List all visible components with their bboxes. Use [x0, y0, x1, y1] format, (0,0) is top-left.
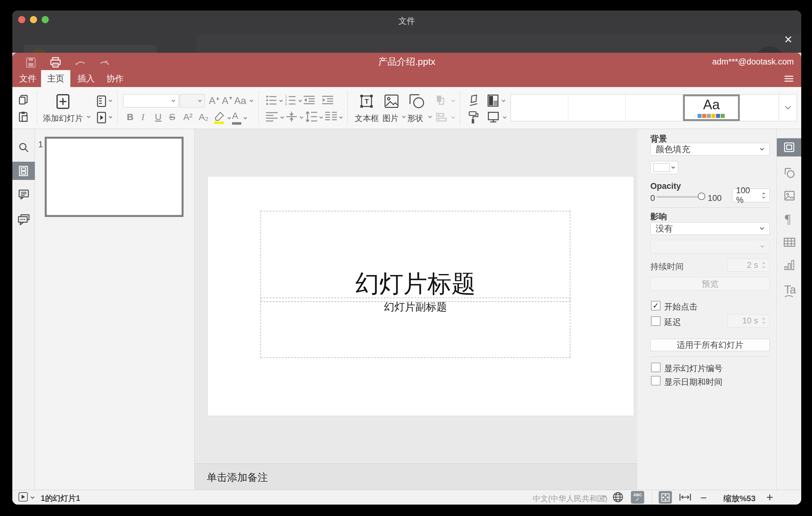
comments-icon[interactable] [19, 190, 29, 199]
slide-page[interactable]: 幻灯片标题 幻灯片副标题 [208, 176, 634, 416]
subscript-icon[interactable]: A₂ [199, 112, 208, 122]
start-click-label[interactable]: 开始点击 [664, 301, 698, 312]
decrease-indent-icon[interactable] [303, 95, 315, 106]
horizontal-align-icon[interactable] [266, 112, 278, 122]
zoom-out-button[interactable]: − [700, 491, 707, 504]
chevron-down-icon[interactable] [428, 115, 432, 118]
strikethrough-icon[interactable]: S [169, 112, 175, 122]
chevron-down-icon[interactable] [280, 116, 285, 119]
image-settings-icon[interactable] [784, 191, 795, 201]
chevron-down-icon[interactable] [402, 115, 406, 118]
slides-panel-toggle-active[interactable] [12, 162, 35, 180]
bold-icon[interactable]: B [127, 112, 134, 122]
opacity-slider-track[interactable] [657, 196, 701, 198]
add-slide-label[interactable]: 添加幻灯片 [43, 113, 83, 124]
theme-tile[interactable] [511, 94, 568, 121]
superscript-icon[interactable]: A² [183, 112, 193, 122]
chevron-down-icon[interactable] [298, 99, 302, 103]
chevron-down-icon[interactable] [86, 115, 91, 118]
numbered-list-icon[interactable]: 1 2 3 [285, 95, 296, 106]
tab-insert[interactable]: 插入 [76, 70, 96, 87]
fit-to-width-icon[interactable] [679, 493, 691, 501]
opacity-spinner[interactable]: 100 % [732, 189, 770, 202]
theme-gallery-expand-button[interactable] [779, 94, 797, 121]
slide-settings-toggle-active[interactable] [777, 138, 801, 156]
tab-file[interactable]: 文件 [19, 70, 37, 87]
theme-tile[interactable] [740, 94, 779, 121]
chevron-down-icon[interactable] [243, 117, 248, 120]
underline-icon[interactable]: U [155, 112, 162, 122]
slide-layout-icon[interactable] [97, 95, 106, 107]
paste-icon[interactable] [19, 111, 28, 122]
increase-indent-icon[interactable] [322, 95, 333, 106]
search-icon[interactable] [19, 143, 29, 152]
add-slide-icon[interactable] [56, 94, 70, 109]
title-placeholder[interactable]: 幻灯片标题 [260, 211, 571, 302]
reset-shape-icon[interactable] [468, 94, 480, 107]
start-click-checkbox[interactable]: ✓ [651, 301, 661, 311]
chat-icon[interactable] [18, 214, 30, 225]
line-spacing-icon[interactable] [306, 111, 317, 122]
slide-size-icon[interactable] [487, 112, 500, 123]
chevron-down-icon[interactable] [502, 116, 507, 119]
chevron-down-icon[interactable] [299, 116, 303, 119]
font-size-select[interactable] [179, 94, 205, 107]
fit-to-slide-toggle[interactable] [659, 491, 672, 504]
tab-collaboration[interactable]: 协作 [105, 70, 125, 87]
shape-icon[interactable] [409, 93, 425, 109]
image-label[interactable]: 图片 [382, 113, 399, 124]
font-name-select[interactable] [123, 94, 179, 107]
theme-tile-selected[interactable]: Aa [683, 94, 740, 121]
slide-thumbnail[interactable] [45, 137, 183, 217]
vertical-align-icon[interactable] [286, 111, 297, 122]
subtitle-placeholder[interactable]: 幻灯片副标题 [260, 297, 571, 358]
language-globe-icon[interactable] [612, 492, 624, 503]
highlight-color-icon[interactable] [213, 111, 225, 124]
spinner-down-icon[interactable] [762, 196, 766, 199]
delay-label[interactable]: 延迟 [664, 317, 681, 328]
chevron-down-icon[interactable] [249, 99, 254, 103]
textart-settings-icon[interactable]: Ta [784, 283, 796, 297]
chevron-down-icon[interactable] [501, 99, 506, 103]
bullet-list-icon[interactable] [266, 95, 277, 106]
tab-home[interactable]: 主页 [41, 70, 70, 87]
copy-icon[interactable] [19, 95, 28, 105]
shape-settings-icon[interactable] [784, 168, 795, 178]
paragraph-settings-icon[interactable]: ¶ [785, 212, 791, 227]
background-color-picker[interactable] [650, 161, 678, 174]
chevron-down-icon[interactable] [108, 99, 113, 103]
spellcheck-toggle[interactable]: ABC ✓ [631, 491, 644, 504]
delay-checkbox[interactable] [651, 316, 661, 326]
decrease-font-icon[interactable]: A▼ [222, 95, 233, 107]
theme-tile[interactable] [626, 94, 683, 121]
font-color-icon[interactable]: A [232, 111, 241, 125]
chevron-down-icon[interactable] [319, 116, 323, 119]
opacity-slider-thumb[interactable] [698, 193, 705, 200]
start-slideshow-icon[interactable] [97, 112, 106, 123]
effect-select[interactable]: 没有 [650, 222, 770, 235]
table-settings-icon[interactable] [784, 238, 795, 247]
chevron-down-icon[interactable] [30, 496, 35, 499]
close-icon[interactable]: ✕ [782, 33, 794, 46]
paint-roller-icon[interactable] [468, 111, 479, 124]
change-case-icon[interactable]: Aa [234, 95, 246, 107]
chevron-down-icon[interactable] [227, 117, 231, 120]
slide-color-scheme-icon[interactable] [488, 94, 498, 107]
chevron-down-icon[interactable] [339, 116, 343, 119]
chevron-up-icon[interactable] [602, 495, 606, 498]
background-fill-select[interactable]: 颜色填充 [650, 143, 770, 155]
show-slide-number-label[interactable]: 显示幻灯片编号 [664, 363, 723, 374]
show-date-time-label[interactable]: 显示日期和时间 [664, 376, 723, 388]
chart-settings-icon[interactable] [784, 260, 795, 270]
hamburger-menu-icon[interactable] [785, 76, 793, 82]
zoom-in-button[interactable]: + [766, 491, 773, 504]
spinner-up-icon[interactable] [762, 192, 766, 195]
notes-area[interactable]: 单击添加备注 [195, 463, 637, 490]
start-slideshow-button[interactable] [19, 492, 28, 501]
language-status[interactable]: 中文(中华人民共和国) [533, 493, 607, 504]
apply-to-all-button[interactable]: 适用于所有幻灯片 [650, 339, 770, 351]
show-date-time-checkbox[interactable] [651, 376, 661, 385]
shape-label[interactable]: 形状 [407, 113, 423, 124]
chevron-down-icon[interactable] [279, 99, 283, 103]
image-icon[interactable] [384, 93, 399, 109]
